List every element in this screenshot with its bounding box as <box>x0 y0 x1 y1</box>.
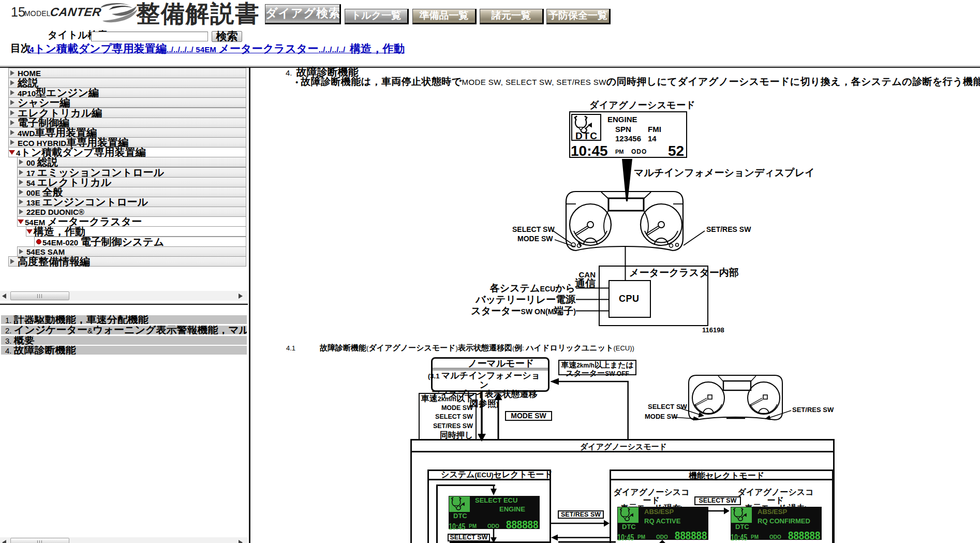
svg-text:CANTER: CANTER <box>51 5 102 19</box>
